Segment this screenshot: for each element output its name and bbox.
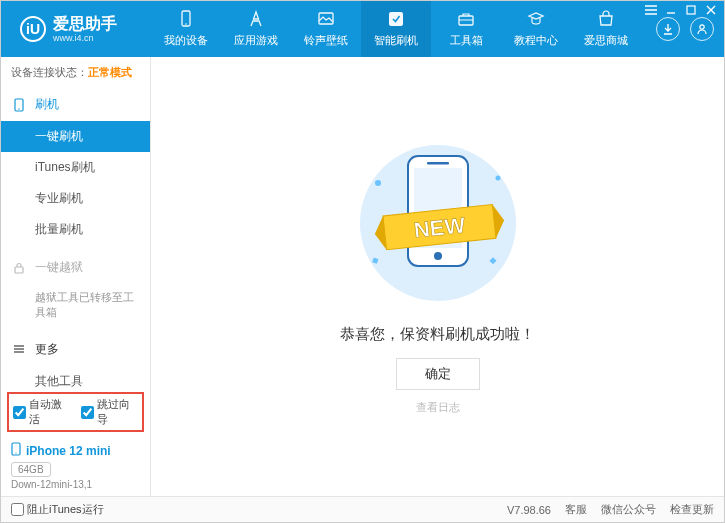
maximize-button[interactable] (684, 3, 698, 17)
section-label: 刷机 (35, 96, 59, 113)
nav-ringtone-wallpaper[interactable]: 铃声壁纸 (291, 1, 361, 57)
toolbox-icon (457, 10, 475, 30)
nav-label: 智能刷机 (374, 33, 418, 48)
device-panel[interactable]: iPhone 12 mini 64GB Down-12mini-13,1 (1, 436, 150, 496)
store-icon (597, 10, 615, 30)
version-label: V7.98.66 (507, 504, 551, 516)
app-logo-icon: iU (19, 15, 47, 43)
nav-label: 我的设备 (164, 33, 208, 48)
nav-my-device[interactable]: 我的设备 (151, 1, 221, 57)
success-message: 恭喜您，保资料刷机成功啦！ (340, 325, 535, 344)
sidebar-item-pro-flash[interactable]: 专业刷机 (1, 183, 150, 214)
nav-smart-flash[interactable]: 智能刷机 (361, 1, 431, 57)
header: iU 爱思助手 www.i4.cn 我的设备 应用游戏 铃声壁纸 智能刷 (1, 1, 724, 57)
main-content: NEW 恭喜您，保资料刷机成功啦！ 确定 查看日志 (151, 57, 724, 496)
flash-icon (387, 10, 405, 30)
section-label: 一键越狱 (35, 259, 83, 276)
section-flash[interactable]: 刷机 (1, 88, 150, 121)
checkbox-skip-setup[interactable]: 跳过向导 (81, 397, 139, 427)
nav-label: 铃声壁纸 (304, 33, 348, 48)
svg-point-10 (18, 108, 19, 109)
footer: 阻止iTunes运行 V7.98.66 客服 微信公众号 检查更新 (1, 496, 724, 522)
checkbox-label: 自动激活 (29, 397, 71, 427)
nav-tutorials[interactable]: 教程中心 (501, 1, 571, 57)
svg-rect-6 (389, 12, 403, 26)
app-name: 爱思助手 (53, 15, 117, 33)
user-button[interactable] (690, 17, 714, 41)
sidebar: 设备连接状态：正常模式 刷机 一键刷机 iTunes刷机 专业刷机 批量刷机 一… (1, 57, 151, 496)
svg-rect-0 (687, 6, 695, 14)
device-capacity: 64GB (11, 462, 51, 477)
svg-rect-18 (427, 162, 449, 165)
logo: iU 爱思助手 www.i4.cn (1, 15, 151, 43)
more-icon (13, 343, 29, 355)
checkbox-auto-activate[interactable]: 自动激活 (13, 397, 71, 427)
checkbox-auto-activate-input[interactable] (13, 406, 26, 419)
checkbox-skip-setup-input[interactable] (81, 406, 94, 419)
download-button[interactable] (656, 17, 680, 41)
device-small-icon (11, 442, 21, 459)
lock-icon (13, 262, 29, 274)
phone-icon (13, 98, 29, 112)
main-nav: 我的设备 应用游戏 铃声壁纸 智能刷机 工具箱 教程中心 (151, 1, 656, 57)
close-button[interactable] (704, 3, 718, 17)
section-label: 更多 (35, 341, 59, 358)
nav-label: 工具箱 (450, 33, 483, 48)
checkbox-block-itunes-input[interactable] (11, 503, 24, 516)
svg-rect-11 (15, 267, 23, 273)
sidebar-item-oneclick-flash[interactable]: 一键刷机 (1, 121, 150, 152)
svg-point-4 (185, 23, 187, 25)
success-illustration: NEW (343, 138, 533, 311)
svg-text:iU: iU (26, 21, 40, 37)
minimize-button[interactable] (664, 3, 678, 17)
nav-store[interactable]: 爱思商城 (571, 1, 641, 57)
customer-service-link[interactable]: 客服 (565, 502, 587, 517)
svg-point-24 (495, 176, 500, 181)
nav-apps-games[interactable]: 应用游戏 (221, 1, 291, 57)
check-update-link[interactable]: 检查更新 (670, 502, 714, 517)
device-name: iPhone 12 mini (26, 444, 111, 458)
svg-point-8 (700, 25, 704, 29)
device-icon (177, 10, 195, 30)
section-jailbreak[interactable]: 一键越狱 (1, 251, 150, 284)
wallpaper-icon (317, 10, 335, 30)
nav-label: 爱思商城 (584, 33, 628, 48)
device-status: 设备连接状态：正常模式 (1, 57, 150, 88)
tutorial-icon (527, 10, 545, 30)
sidebar-item-batch-flash[interactable]: 批量刷机 (1, 214, 150, 245)
menu-button[interactable] (644, 3, 658, 17)
apps-icon (247, 10, 265, 30)
ok-button[interactable]: 确定 (396, 358, 480, 390)
device-detail: Down-12mini-13,1 (11, 479, 140, 490)
nav-toolbox[interactable]: 工具箱 (431, 1, 501, 57)
checkbox-block-itunes[interactable]: 阻止iTunes运行 (11, 502, 104, 517)
svg-point-13 (15, 452, 16, 453)
wechat-link[interactable]: 微信公众号 (601, 502, 656, 517)
app-url: www.i4.cn (53, 33, 117, 43)
svg-point-17 (434, 252, 442, 260)
sidebar-item-itunes-flash[interactable]: iTunes刷机 (1, 152, 150, 183)
view-log-link[interactable]: 查看日志 (416, 400, 460, 415)
checkbox-label: 跳过向导 (97, 397, 139, 427)
checkbox-label: 阻止iTunes运行 (27, 502, 104, 517)
nav-label: 应用游戏 (234, 33, 278, 48)
jailbreak-note: 越狱工具已转移至工具箱 (1, 284, 150, 327)
section-more[interactable]: 更多 (1, 333, 150, 366)
status-label: 设备连接状态： (11, 66, 88, 78)
status-value: 正常模式 (88, 66, 132, 78)
sidebar-item-other-tools[interactable]: 其他工具 (1, 366, 150, 388)
options-highlight: 自动激活 跳过向导 (7, 392, 144, 432)
nav-label: 教程中心 (514, 33, 558, 48)
svg-point-23 (375, 180, 381, 186)
